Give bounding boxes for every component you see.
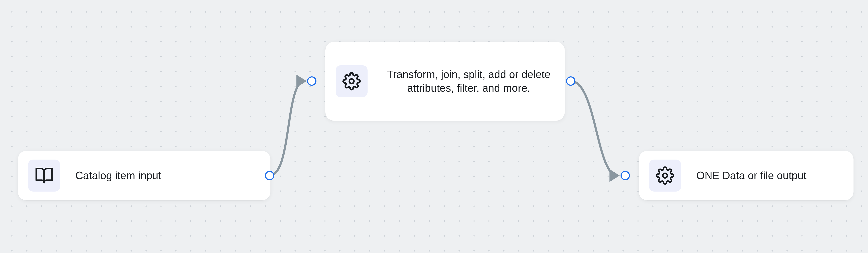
- node-transform-input-port[interactable]: [307, 76, 316, 86]
- node-input-label: Catalog item input: [75, 169, 260, 182]
- node-output-icon-box: [649, 160, 681, 192]
- edges-layer: [0, 0, 868, 253]
- node-input-icon-box: [28, 160, 60, 192]
- arrowhead-into-transform: [297, 75, 307, 87]
- svg-point-0: [349, 79, 354, 84]
- svg-point-1: [663, 173, 668, 178]
- gear-icon: [656, 166, 674, 185]
- node-transform-label: Transform, join, split, add or delete at…: [383, 67, 555, 95]
- node-transform-icon-box: [336, 65, 368, 97]
- node-output-input-port[interactable]: [621, 171, 630, 180]
- edge-transform-to-output: [571, 81, 618, 175]
- node-input-output-port[interactable]: [265, 171, 274, 180]
- edge-input-to-transform: [270, 81, 305, 175]
- arrowhead-into-output: [610, 169, 620, 182]
- flow-canvas[interactable]: Catalog item input Transform, join, spli…: [0, 0, 868, 253]
- node-transform-output-port[interactable]: [566, 76, 576, 86]
- node-input[interactable]: Catalog item input: [18, 151, 271, 200]
- gear-icon: [342, 72, 361, 90]
- node-transform[interactable]: Transform, join, split, add or delete at…: [326, 42, 565, 121]
- node-output-label: ONE Data or file output: [696, 169, 843, 182]
- book-open-icon: [35, 166, 54, 185]
- node-output[interactable]: ONE Data or file output: [639, 151, 854, 200]
